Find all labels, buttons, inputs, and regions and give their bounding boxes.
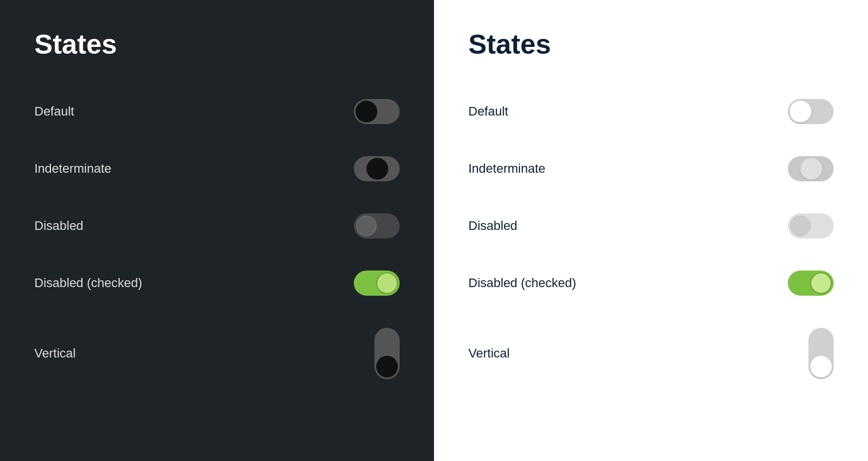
light-vertical-label: Vertical — [468, 346, 510, 361]
dark-disabled-label: Disabled — [34, 218, 84, 233]
light-vertical-row: Vertical — [468, 312, 834, 395]
dark-default-row: Default — [34, 83, 400, 140]
light-vertical-track[interactable] — [808, 328, 834, 379]
light-default-toggle-wrap[interactable] — [788, 99, 834, 124]
dark-indeterminate-row: Indeterminate — [34, 140, 400, 197]
light-vertical-knob — [810, 356, 832, 377]
dark-indeterminate-knob — [366, 158, 388, 180]
dark-disabled-checked-knob — [376, 272, 398, 294]
dark-default-track[interactable] — [354, 99, 400, 124]
dark-vertical-knob — [376, 356, 398, 377]
dark-disabled-checked-toggle-wrap — [354, 271, 400, 296]
light-disabled-row: Disabled — [468, 197, 834, 255]
light-states-list: Default Indeterminate Disabled — [468, 83, 834, 395]
light-disabled-track — [788, 213, 834, 239]
dark-states-list: Default Indeterminate Disabled — [34, 83, 400, 395]
light-default-knob — [790, 101, 811, 122]
light-disabled-label: Disabled — [468, 218, 518, 233]
dark-panel-title: States — [34, 29, 400, 60]
light-default-track[interactable] — [788, 99, 834, 124]
dark-disabled-track — [354, 213, 400, 239]
dark-panel: States Default Indeterminate Disabled — [0, 0, 434, 461]
dark-disabled-toggle-wrap — [354, 213, 400, 239]
dark-disabled-checked-row: Disabled (checked) — [34, 255, 400, 312]
dark-disabled-checked-label: Disabled (checked) — [34, 276, 142, 291]
light-indeterminate-row: Indeterminate — [468, 140, 834, 197]
dark-default-label: Default — [34, 104, 74, 119]
light-indeterminate-knob — [800, 158, 822, 180]
dark-vertical-label: Vertical — [34, 346, 76, 361]
light-indeterminate-label: Indeterminate — [468, 161, 546, 176]
light-indeterminate-track[interactable] — [788, 156, 834, 181]
light-indeterminate-toggle-wrap[interactable] — [788, 156, 834, 181]
light-disabled-checked-knob — [810, 272, 832, 294]
dark-indeterminate-label: Indeterminate — [34, 161, 112, 176]
dark-indeterminate-toggle-wrap[interactable] — [354, 156, 400, 181]
light-default-row: Default — [468, 83, 834, 140]
light-disabled-knob — [790, 216, 811, 236]
dark-disabled-row: Disabled — [34, 197, 400, 255]
dark-disabled-checked-track — [354, 271, 400, 296]
light-disabled-checked-toggle-wrap — [788, 271, 834, 296]
light-vertical-toggle-wrap[interactable] — [808, 328, 834, 379]
dark-default-toggle-wrap[interactable] — [354, 99, 400, 124]
light-disabled-checked-label: Disabled (checked) — [468, 276, 576, 291]
light-disabled-checked-row: Disabled (checked) — [468, 255, 834, 312]
light-disabled-toggle-wrap — [788, 213, 834, 239]
dark-vertical-row: Vertical — [34, 312, 400, 395]
light-disabled-checked-track — [788, 271, 834, 296]
dark-disabled-knob — [356, 216, 377, 236]
light-default-label: Default — [468, 104, 508, 119]
light-panel: States Default Indeterminate Disabled — [434, 0, 868, 461]
dark-default-knob — [356, 101, 377, 122]
dark-indeterminate-track[interactable] — [354, 156, 400, 181]
dark-vertical-toggle-wrap[interactable] — [374, 328, 400, 379]
light-panel-title: States — [468, 29, 834, 60]
dark-vertical-track[interactable] — [374, 328, 400, 379]
